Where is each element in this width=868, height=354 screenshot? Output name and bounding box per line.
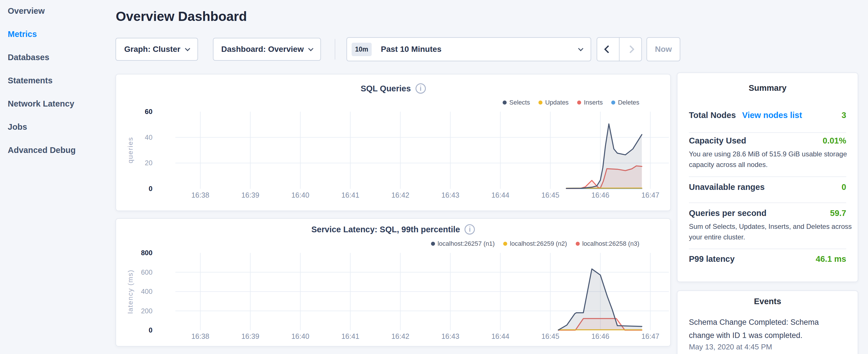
summary-title: Summary (677, 83, 858, 93)
x-axis-label: 16:45 (532, 331, 569, 341)
graph-dropdown-label: Graph: Cluster (124, 45, 180, 54)
unavailable-ranges-value: 0 (842, 183, 846, 192)
p99-latency-label: P99 latency (689, 254, 735, 263)
summary-divider (689, 202, 846, 203)
x-axis-label: 16:40 (282, 331, 319, 341)
summary-divider (689, 132, 846, 133)
x-axis-label: 16:42 (382, 190, 419, 200)
capacity-used-description: You are using 28.6 MiB of 515.9 GiB usab… (689, 149, 855, 170)
step-back-button[interactable] (597, 38, 619, 61)
time-range-dropdown[interactable]: 10m Past 10 Minutes (346, 37, 591, 61)
x-axis-label: 16:46 (582, 190, 619, 200)
time-step-buttons (597, 37, 642, 61)
x-axis-label: 16:39 (232, 190, 269, 200)
events-panel: Events Schema Change Completed: Schema c… (677, 290, 858, 354)
x-axis-label: 16:38 (182, 190, 219, 200)
summary-row-p99: P99 latency 46.1 ms (689, 254, 846, 267)
sidebar-item-jobs[interactable]: Jobs (8, 122, 27, 132)
queries-per-second-label: Queries per second (689, 208, 767, 218)
event-message: Schema Change Completed: Schema change w… (689, 316, 827, 342)
capacity-used-value: 0.01% (823, 136, 846, 146)
chevron-left-icon (604, 45, 612, 53)
x-axis-label: 16:40 (282, 190, 319, 200)
summary-row-unavailable: Unavailable ranges 0 (689, 183, 846, 195)
service-latency-chart-card: Service Latency: SQL, 99th percentileilo… (116, 218, 671, 347)
summary-row-total-nodes: Total NodesView nodes list 3 (689, 110, 846, 123)
dashboard-dropdown[interactable]: Dashboard: Overview (213, 38, 321, 61)
x-axis-label: 16:47 (632, 331, 669, 341)
summary-divider (689, 176, 846, 177)
time-range-badge: 10m (351, 43, 372, 56)
sidebar-item-overview[interactable]: Overview (8, 6, 45, 16)
x-axis-label: 16:43 (432, 190, 469, 200)
chevron-right-icon (626, 45, 634, 53)
x-axis-label: 16:46 (582, 331, 619, 341)
x-axis-label: 16:45 (532, 190, 569, 200)
sidebar-item-network-latency[interactable]: Network Latency (8, 99, 74, 108)
p99-latency-value: 46.1 ms (816, 254, 846, 264)
y-axis-unit-label: queries (126, 114, 134, 186)
sidebar-item-statements[interactable]: Statements (8, 76, 53, 85)
sidebar-item-metrics[interactable]: Metrics (8, 30, 37, 39)
view-nodes-list-link[interactable]: View nodes list (742, 110, 802, 120)
x-axis-label: 16:41 (332, 190, 369, 200)
dashboard-dropdown-label: Dashboard: Overview (221, 45, 304, 54)
x-axis-label: 16:43 (432, 331, 469, 341)
chart-plot-area (116, 219, 672, 347)
summary-divider (689, 249, 846, 249)
chevron-down-icon (578, 46, 583, 51)
now-button[interactable]: Now (647, 37, 680, 61)
chevron-down-icon (185, 46, 190, 51)
x-axis-label: 16:44 (482, 331, 519, 341)
summary-panel: Summary Total NodesView nodes list 3 Cap… (677, 72, 858, 282)
queries-per-second-value: 59.7 (830, 208, 846, 218)
step-forward-button[interactable] (620, 38, 641, 61)
sidebar-item-advanced-debug[interactable]: Advanced Debug (8, 146, 76, 155)
page-title: Overview Dashboard (116, 9, 247, 24)
x-axis-label: 16:44 (482, 190, 519, 200)
time-range-label: Past 10 Minutes (381, 45, 442, 54)
total-nodes-label: Total Nodes (689, 110, 736, 120)
event-timestamp: May 13, 2020 at 4:45 PM (689, 343, 772, 351)
sidebar-item-databases[interactable]: Databases (8, 53, 49, 62)
y-axis-unit-label: latency (ms) (126, 256, 134, 327)
x-axis-label: 16:38 (182, 331, 219, 341)
x-axis-label: 16:41 (332, 331, 369, 341)
summary-row-capacity: Capacity Used 0.01% (689, 136, 846, 149)
x-axis-label: 16:39 (232, 331, 269, 341)
x-axis-label: 16:47 (632, 190, 669, 200)
capacity-used-label: Capacity Used (689, 136, 746, 145)
unavailable-ranges-label: Unavailable ranges (689, 183, 765, 192)
graph-dropdown[interactable]: Graph: Cluster (116, 38, 198, 61)
qps-description: Sum of Selects, Updates, Inserts, and De… (689, 221, 855, 242)
controls-divider (335, 39, 335, 60)
now-button-label: Now (655, 45, 672, 54)
chevron-down-icon (308, 46, 313, 51)
events-title: Events (677, 297, 858, 306)
sql-queries-chart-card: SQL QueriesiSelectsUpdatesInsertsDeletes… (116, 74, 671, 211)
summary-row-qps: Queries per second 59.7 (689, 208, 846, 221)
x-axis-label: 16:42 (382, 331, 419, 341)
total-nodes-value: 3 (842, 110, 846, 120)
